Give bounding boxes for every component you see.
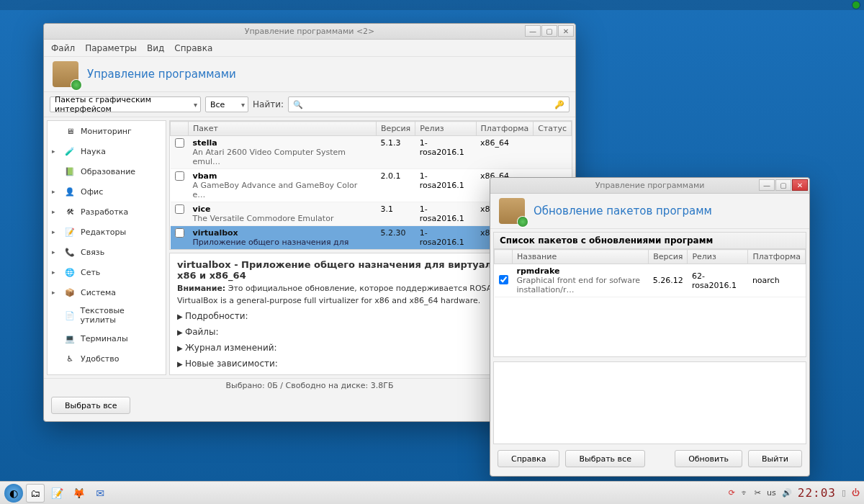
task-firefox-icon[interactable]: 🦊: [69, 484, 88, 503]
expand-icon: ▸: [52, 208, 59, 215]
column-header[interactable]: Название: [513, 250, 649, 264]
package-checkbox[interactable]: [175, 204, 184, 214]
sidebar-item[interactable]: 📁Файловые утилиты: [48, 369, 166, 375]
system-tray: ⟳ ᯤ ✂ us 🔊 22:03 ▯ ⏻: [729, 486, 860, 500]
tray-logout-icon[interactable]: ⏻: [852, 488, 860, 498]
package-checkbox[interactable]: [175, 228, 184, 238]
upd-help-button[interactable]: Справка: [498, 450, 559, 467]
menu-options[interactable]: Параметры: [85, 43, 137, 53]
sidebar-item[interactable]: ▸🌐Сеть: [48, 262, 166, 282]
category-icon: 📞: [63, 246, 76, 258]
category-icon: 🧪: [63, 145, 76, 158]
sidebar-item[interactable]: ▸👤Офис: [48, 181, 166, 202]
upd-quit-button[interactable]: Выйти: [748, 450, 802, 467]
sidebar-item[interactable]: ▸📝Редакторы: [48, 222, 166, 242]
column-header[interactable]: Релиз: [688, 250, 748, 264]
package-release: 1-rosa2016.1: [415, 169, 476, 202]
column-header[interactable]: [171, 122, 189, 136]
expand-icon: ▸: [52, 269, 59, 276]
taskbar[interactable]: ◐ 🗂 📝 🦊 ✉ ⟳ ᯤ ✂ us 🔊 22:03 ▯ ⏻: [0, 481, 864, 504]
package-version: 5.1.3: [377, 136, 415, 169]
sidebar-item-label: Файловые утилиты: [81, 374, 161, 376]
sidebar-item[interactable]: 📄Текстовые утилиты: [48, 302, 166, 328]
column-header[interactable]: Платформа: [748, 250, 806, 264]
update-window-title: Управление программами: [595, 181, 705, 190]
filter-combo[interactable]: Пакеты с графическим интерфейсом: [50, 96, 201, 112]
tray-update-icon[interactable]: ⟳: [729, 488, 735, 498]
category-icon: 📗: [63, 165, 76, 178]
sidebar-item[interactable]: ▸📦Система: [48, 282, 166, 302]
sidebar-item-label: Офис: [81, 187, 103, 197]
menu-help[interactable]: Справка: [174, 43, 212, 53]
update-checkbox[interactable]: [499, 275, 508, 284]
upd-close-button[interactable]: ✕: [792, 179, 808, 191]
sidebar-item[interactable]: ▸🧪Наука: [48, 141, 166, 161]
column-header[interactable]: Версия: [377, 122, 415, 136]
package-checkbox[interactable]: [175, 138, 184, 148]
main-titlebar[interactable]: Управление программами <2> — ▢ ✕: [44, 24, 575, 40]
expand-icon: ▸: [52, 289, 59, 296]
menu-view[interactable]: Вид: [147, 43, 164, 53]
sidebar-item-label: Образование: [81, 167, 135, 176]
tray-clipboard-icon[interactable]: ✂: [755, 488, 761, 498]
upd-select-all-button[interactable]: Выбрать все: [565, 450, 644, 467]
category-icon: 📁: [63, 372, 76, 375]
tray-volume-icon[interactable]: 🔊: [782, 488, 792, 498]
task-mail-icon[interactable]: ✉: [91, 484, 109, 503]
sidebar-item[interactable]: ▸🛠Разработка: [48, 202, 166, 222]
upd-minimize-button[interactable]: —: [759, 179, 775, 191]
minimize-button[interactable]: —: [525, 25, 541, 37]
column-header[interactable]: Релиз: [415, 122, 476, 136]
sidebar-item-label: Редакторы: [81, 228, 126, 237]
search-input[interactable]: [306, 100, 554, 109]
package-checkbox[interactable]: [175, 171, 184, 181]
sidebar-item-label: Удобство: [81, 354, 120, 364]
sidebar-item[interactable]: ▸📞Связь: [48, 242, 166, 262]
column-header[interactable]: [495, 250, 513, 264]
category-icon: 📄: [63, 309, 76, 322]
column-header[interactable]: Пакет: [189, 122, 377, 136]
tray-network-icon[interactable]: ᯤ: [741, 488, 749, 498]
package-desc: Приложение общего назначения для вирт…: [193, 238, 372, 250]
update-desc: Graphical front end for sofware installa…: [517, 276, 644, 294]
update-row[interactable]: rpmdrakeGraphical front end for sofware …: [495, 264, 806, 297]
notification-indicator-icon[interactable]: [852, 1, 860, 9]
package-release: 1-rosa2016.1: [415, 136, 476, 169]
update-arch: noarch: [748, 264, 806, 297]
search-box[interactable]: 🔍 🔑: [288, 96, 570, 112]
upd-maximize-button[interactable]: ▢: [775, 179, 791, 191]
package-name: virtualbox: [193, 228, 372, 238]
start-menu-icon[interactable]: ◐: [4, 484, 23, 503]
scope-combo[interactable]: Все: [205, 96, 248, 112]
task-file-manager-icon[interactable]: 🗂: [26, 484, 45, 503]
expand-icon: ▸: [52, 248, 59, 256]
update-grid[interactable]: НазваниеВерсияРелизПлатформа rpmdrakeGra…: [493, 249, 806, 357]
update-release: 62-rosa2016.1: [688, 264, 748, 297]
tray-battery-icon[interactable]: ▯: [842, 488, 846, 498]
category-icon: 📦: [63, 286, 76, 299]
sidebar-item-label: Система: [81, 288, 116, 297]
update-titlebar[interactable]: Управление программами — ▢ ✕: [490, 178, 809, 194]
expand-icon: ▸: [52, 148, 59, 155]
select-all-button[interactable]: Выбрать все: [51, 397, 130, 414]
expand-icon: ▸: [52, 228, 59, 235]
package-row[interactable]: stellaAn Atari 2600 Video Computer Syste…: [171, 136, 572, 169]
category-sidebar[interactable]: 🖥Мониторинг▸🧪Наука📗Образование▸👤Офис▸🛠Ра…: [47, 120, 166, 375]
sidebar-item[interactable]: 🖥Мониторинг: [48, 121, 166, 141]
clock[interactable]: 22:03: [798, 486, 836, 500]
task-text-editor-icon[interactable]: 📝: [48, 484, 66, 503]
sidebar-item[interactable]: ♿Удобство: [48, 348, 166, 369]
menu-file[interactable]: Файл: [51, 43, 75, 53]
column-header[interactable]: Платформа: [476, 122, 534, 136]
column-header[interactable]: Статус: [534, 122, 572, 136]
tray-keyboard-indicator[interactable]: us: [767, 488, 776, 498]
sidebar-item[interactable]: 💻Терминалы: [48, 328, 166, 348]
package-desc: The Versatile Commodore Emulator: [193, 214, 372, 223]
column-header[interactable]: Версия: [649, 250, 688, 264]
close-button[interactable]: ✕: [558, 25, 574, 37]
upd-update-button[interactable]: Обновить: [675, 450, 742, 467]
update-app-icon: [499, 198, 525, 224]
search-clear-icon[interactable]: 🔑: [554, 100, 564, 109]
maximize-button[interactable]: ▢: [541, 25, 557, 37]
sidebar-item[interactable]: 📗Образование: [48, 161, 166, 181]
